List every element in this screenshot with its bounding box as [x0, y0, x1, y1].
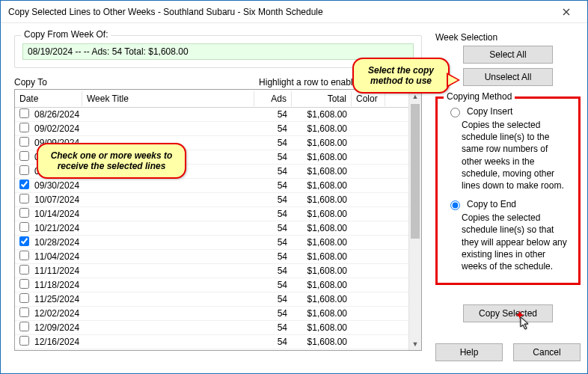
- row-checkbox[interactable]: [19, 336, 29, 346]
- titlebar: Copy Selected Lines to Other Weeks - Sou…: [1, 1, 587, 23]
- row-date: 12/09/2024: [30, 322, 82, 333]
- table-row[interactable]: 12/09/202454$1,608.00: [15, 321, 421, 335]
- table-row[interactable]: 10/14/202454$1,608.00: [15, 207, 421, 221]
- copy-selected-button[interactable]: Copy Selected: [463, 304, 553, 322]
- table-row[interactable]: 11/04/202454$1,608.00: [15, 250, 421, 264]
- row-checkbox[interactable]: [19, 279, 29, 289]
- table-row[interactable]: 12/16/202454$1,608.00: [15, 335, 421, 349]
- table-row[interactable]: 09/02/202454$1,608.00: [15, 122, 421, 136]
- row-date: 12/16/2024: [30, 337, 82, 347]
- table-row[interactable]: 11/25/202454$1,608.00: [15, 292, 421, 307]
- copy-from-label: Copy From Week Of:: [21, 29, 111, 40]
- row-date: 09/30/2024: [30, 180, 82, 191]
- row-checkbox[interactable]: [19, 123, 29, 132]
- row-ads: 54: [254, 123, 292, 134]
- copying-method-label: Copying Method: [444, 91, 515, 102]
- table-row[interactable]: 08/26/202454$1,608.00: [15, 108, 421, 122]
- row-total: $1,608.00: [292, 138, 352, 148]
- row-ads: 54: [254, 223, 292, 233]
- row-date: 08/26/2024: [30, 109, 82, 120]
- callout-select-method-text: Select the copy method to use: [368, 65, 434, 86]
- row-checkbox[interactable]: [19, 293, 29, 303]
- weeks-grid: Date Week Title Ads Total Color 08/26/20…: [14, 89, 422, 351]
- help-button[interactable]: Help: [435, 343, 503, 361]
- row-total: $1,608.00: [292, 109, 352, 120]
- col-ads[interactable]: Ads: [254, 91, 292, 106]
- close-button[interactable]: [549, 1, 583, 22]
- row-ads: 54: [254, 251, 292, 262]
- row-total: $1,608.00: [292, 337, 352, 347]
- table-row[interactable]: 10/28/202454$1,608.00: [15, 236, 421, 250]
- callout-check-weeks: Check one or more weeks to receive the s…: [37, 143, 186, 179]
- table-row[interactable]: 10/21/202454$1,608.00: [15, 221, 421, 236]
- radio-copy-to-end[interactable]: Copy to End: [447, 199, 569, 210]
- col-date[interactable]: Date: [15, 91, 82, 106]
- row-checkbox[interactable]: [19, 194, 29, 203]
- dialog-copy-selected-lines: Copy Selected Lines to Other Weeks - Sou…: [0, 0, 588, 374]
- row-checkbox[interactable]: [19, 251, 29, 260]
- row-total: $1,608.00: [292, 152, 352, 162]
- close-icon: [563, 8, 570, 16]
- scroll-down-button[interactable]: ▼: [409, 337, 421, 350]
- row-checkbox[interactable]: [19, 208, 29, 218]
- row-ads: 54: [254, 109, 292, 120]
- row-ads: 54: [254, 138, 292, 148]
- row-checkbox[interactable]: [19, 165, 29, 175]
- cancel-button[interactable]: Cancel: [513, 343, 581, 361]
- row-checkbox[interactable]: [19, 151, 29, 161]
- row-ads: 54: [254, 166, 292, 177]
- row-total: $1,608.00: [292, 237, 352, 248]
- table-row[interactable]: 12/02/202454$1,608.00: [15, 307, 421, 321]
- row-total: $1,608.00: [292, 166, 352, 177]
- row-checkbox[interactable]: [19, 137, 29, 147]
- row-total: $1,608.00: [292, 209, 352, 219]
- row-date: 11/04/2024: [30, 251, 82, 262]
- row-ads: 54: [254, 294, 292, 304]
- row-date: 10/21/2024: [30, 223, 82, 233]
- window-title: Copy Selected Lines to Other Weeks - Sou…: [8, 7, 549, 17]
- copying-method-group: Copying Method Copy Insert Copies the se…: [435, 96, 581, 285]
- row-total: $1,608.00: [292, 294, 352, 304]
- row-checkbox[interactable]: [19, 222, 29, 232]
- row-ads: 54: [254, 237, 292, 248]
- row-total: $1,608.00: [292, 251, 352, 262]
- row-date: 10/14/2024: [30, 209, 82, 219]
- table-row[interactable]: 09/30/202454$1,608.00: [15, 179, 421, 193]
- row-checkbox[interactable]: [19, 236, 29, 246]
- radio-copy-insert[interactable]: Copy Insert: [447, 106, 569, 117]
- table-row[interactable]: 11/11/202454$1,608.00: [15, 264, 421, 278]
- row-date: 11/18/2024: [30, 280, 82, 290]
- row-checkbox[interactable]: [19, 265, 29, 275]
- row-ads: 54: [254, 280, 292, 290]
- row-date: 11/25/2024: [30, 294, 82, 304]
- row-total: $1,608.00: [292, 308, 352, 319]
- col-total[interactable]: Total: [292, 91, 352, 106]
- row-ads: 54: [254, 194, 292, 205]
- row-ads: 54: [254, 209, 292, 219]
- row-ads: 54: [254, 180, 292, 191]
- row-date: 12/02/2024: [30, 308, 82, 319]
- radio-copy-insert-label: Copy Insert: [467, 106, 512, 117]
- row-date: 11/11/2024: [30, 266, 82, 276]
- row-date: 10/07/2024: [30, 194, 82, 205]
- row-date: 09/02/2024: [30, 123, 82, 134]
- radio-copy-insert-input[interactable]: [450, 108, 460, 117]
- row-checkbox[interactable]: [19, 322, 29, 331]
- row-ads: 54: [254, 337, 292, 347]
- radio-copy-to-end-input[interactable]: [450, 200, 460, 210]
- table-row[interactable]: 10/07/202454$1,608.00: [15, 193, 421, 207]
- unselect-all-button[interactable]: Unselect All: [463, 68, 553, 86]
- copy-to-label: Copy To: [14, 77, 259, 88]
- week-selection-label: Week Selection: [435, 32, 581, 43]
- row-checkbox[interactable]: [19, 108, 29, 118]
- col-week-title[interactable]: Week Title: [82, 91, 254, 106]
- select-all-button[interactable]: Select All: [463, 46, 553, 64]
- vertical-scrollbar[interactable]: ▲ ▼: [408, 90, 421, 350]
- row-ads: 54: [254, 152, 292, 162]
- row-checkbox[interactable]: [19, 180, 29, 189]
- scroll-thumb[interactable]: [411, 104, 420, 239]
- table-row[interactable]: 11/18/202454$1,608.00: [15, 278, 421, 292]
- row-checkbox[interactable]: [19, 307, 29, 317]
- row-total: $1,608.00: [292, 223, 352, 233]
- callout-select-method: Select the copy method to use: [352, 58, 450, 94]
